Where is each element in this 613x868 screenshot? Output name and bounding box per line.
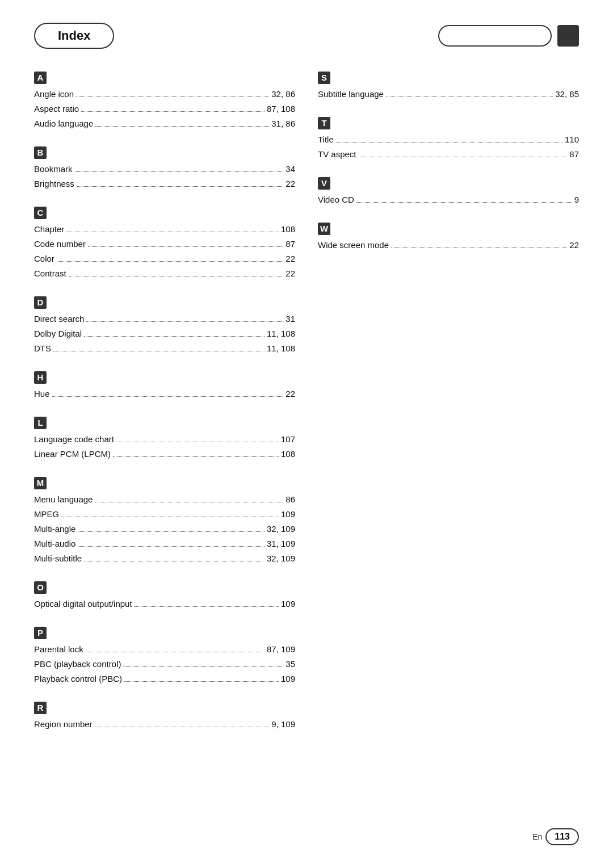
index-entry: Direct search31 <box>34 312 295 326</box>
index-entry: Bookmark34 <box>34 162 295 176</box>
section-badge-h: H <box>34 371 47 384</box>
header: Index <box>34 23 579 49</box>
section-l: LLanguage code chart107Linear PCM (LPCM)… <box>34 417 295 461</box>
index-entry: Multi-subtitle32, 109 <box>34 552 295 565</box>
entry-dots <box>61 517 279 517</box>
index-entry: Dolby Digital11, 108 <box>34 327 295 341</box>
section-badge-p: P <box>34 627 47 639</box>
section-badge-l: L <box>34 417 47 429</box>
index-entry: Region number9, 109 <box>34 718 295 731</box>
entry-label: Language code chart <box>34 433 114 446</box>
entry-dots <box>86 652 264 652</box>
entry-page: 87 <box>569 148 579 161</box>
header-oval <box>438 25 552 47</box>
index-entry: PBC (playback control)35 <box>34 657 295 671</box>
entry-label: MPEG <box>34 508 59 521</box>
page-footer: En 113 <box>532 828 579 845</box>
entry-label: Bookmark <box>34 162 73 176</box>
entry-label: Brightness <box>34 177 74 191</box>
section-r: RRegion number9, 109 <box>34 702 295 731</box>
entry-page: 87, 108 <box>267 102 295 116</box>
entry-page: 9 <box>574 193 579 207</box>
entry-dots <box>336 142 562 142</box>
entry-label: Parental lock <box>34 643 83 656</box>
index-title: Index <box>58 28 90 43</box>
index-entry: Playback control (PBC)109 <box>34 672 295 686</box>
entry-dots <box>88 246 283 247</box>
entry-dots <box>84 561 264 561</box>
entry-page: 87 <box>285 237 295 251</box>
entry-page: 32, 85 <box>555 87 579 101</box>
entry-label: Title <box>318 133 334 146</box>
entry-dots <box>66 232 279 232</box>
section-c: CChapter108Code number87Color22Contrast2… <box>34 207 295 280</box>
entry-label: Region number <box>34 718 93 731</box>
section-badge-r: R <box>34 702 47 714</box>
entry-page: 35 <box>285 657 295 671</box>
section-w: WWide screen mode22 <box>318 223 579 252</box>
entry-dots <box>116 442 279 442</box>
section-badge-a: A <box>34 72 47 84</box>
entry-page: 109 <box>281 508 295 521</box>
entry-page: 11, 108 <box>267 327 295 341</box>
index-entry: Multi-audio31, 109 <box>34 537 295 551</box>
entry-page: 22 <box>285 252 295 266</box>
entry-page: 108 <box>281 223 295 236</box>
entry-dots <box>69 276 284 276</box>
entry-label: Angle icon <box>34 87 74 101</box>
entry-page: 109 <box>281 672 295 686</box>
index-entry: Linear PCM (LPCM)108 <box>34 447 295 461</box>
entry-page: 22 <box>285 387 295 401</box>
right-column: SSubtitle language32, 85TTitle110TV aspe… <box>318 72 579 747</box>
header-right <box>438 25 579 47</box>
section-badge-o: O <box>34 581 47 594</box>
entry-label: Contrast <box>34 267 66 280</box>
header-square <box>557 25 579 47</box>
entry-label: Hue <box>34 387 50 401</box>
index-entry: Audio language31, 86 <box>34 117 295 131</box>
section-h: HHue22 <box>34 371 295 401</box>
section-o: OOptical digital output/input109 <box>34 581 295 611</box>
section-v: VVideo CD9 <box>318 177 579 207</box>
entry-label: Multi-subtitle <box>34 552 82 565</box>
entry-page: 31, 109 <box>267 537 295 551</box>
index-entry: Video CD9 <box>318 193 579 207</box>
entry-page: 32, 109 <box>267 552 295 565</box>
entry-dots <box>75 171 284 172</box>
entry-dots <box>77 186 283 187</box>
entry-page: 108 <box>281 447 295 461</box>
section-badge-b: B <box>34 146 47 159</box>
entry-dots <box>123 666 283 667</box>
entry-page: 32, 109 <box>267 522 295 536</box>
entry-dots <box>113 456 279 457</box>
entry-label: Audio language <box>34 117 93 131</box>
section-m: MMenu language86MPEG109Multi-angle32, 10… <box>34 477 295 565</box>
index-entry: Chapter108 <box>34 223 295 236</box>
index-entry: Multi-angle32, 109 <box>34 522 295 536</box>
entry-dots <box>78 531 264 532</box>
entry-dots <box>53 351 264 351</box>
section-badge-s: S <box>318 72 330 84</box>
section-badge-d: D <box>34 296 47 309</box>
entry-dots <box>52 396 284 397</box>
entry-label: DTS <box>34 342 51 355</box>
entry-page: 86 <box>285 493 295 506</box>
entry-label: Code number <box>34 237 86 251</box>
entry-label: Wide screen mode <box>318 238 389 252</box>
index-title-box: Index <box>34 23 114 49</box>
section-p: PParental lock87, 109PBC (playback contr… <box>34 627 295 686</box>
entry-label: Linear PCM (LPCM) <box>34 447 111 461</box>
entry-dots <box>386 97 553 97</box>
entry-label: Dolby Digital <box>34 327 82 341</box>
section-badge-t: T <box>318 117 330 129</box>
index-entry: Wide screen mode22 <box>318 238 579 252</box>
entry-page: 9, 109 <box>271 718 295 731</box>
entry-label: Chapter <box>34 223 64 236</box>
entry-dots <box>135 606 279 607</box>
entry-label: Color <box>34 252 54 266</box>
footer-en-label: En <box>532 832 542 841</box>
entry-page: 109 <box>281 597 295 611</box>
section-badge-m: M <box>34 477 47 489</box>
entry-page: 22 <box>285 267 295 280</box>
index-entry: Contrast22 <box>34 267 295 280</box>
